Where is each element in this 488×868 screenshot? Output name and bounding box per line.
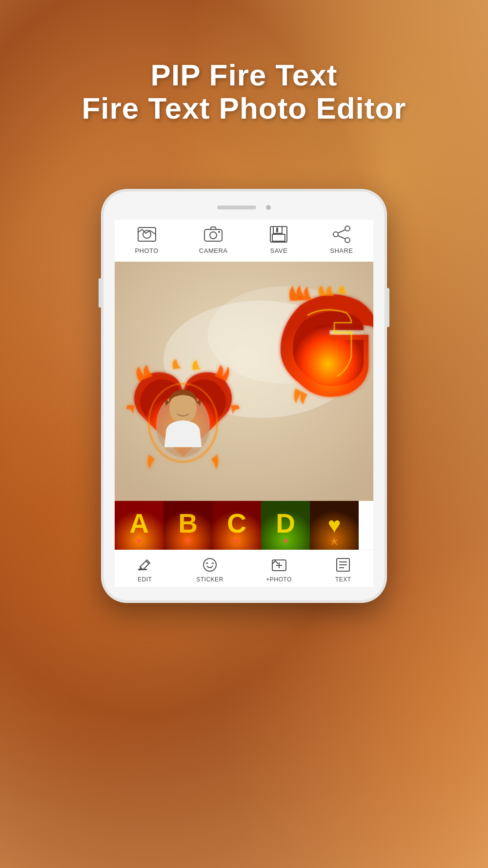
toolbar: PHOTO CAMERA bbox=[115, 220, 373, 262]
phone-mockup: PHOTO CAMERA bbox=[102, 190, 386, 601]
svg-point-36 bbox=[203, 558, 216, 571]
photo-icon bbox=[136, 225, 158, 244]
svg-point-9 bbox=[345, 226, 350, 231]
thumbnail-2[interactable]: B ♥ bbox=[163, 501, 212, 550]
svg-rect-0 bbox=[138, 227, 156, 241]
nav-add-photo[interactable]: +PHOTO bbox=[266, 556, 291, 583]
svg-rect-8 bbox=[276, 227, 278, 232]
save-icon bbox=[268, 225, 289, 244]
svg-text:C: C bbox=[227, 508, 246, 538]
camera-label: CAMERA bbox=[199, 247, 228, 254]
svg-point-10 bbox=[345, 238, 350, 243]
toolbar-photo[interactable]: PHOTO bbox=[135, 225, 159, 254]
svg-point-4 bbox=[218, 231, 220, 233]
svg-text:♥: ♥ bbox=[137, 536, 142, 546]
edit-label: EDIT bbox=[138, 576, 152, 583]
nav-sticker[interactable]: STICKER bbox=[196, 556, 224, 583]
svg-text:A: A bbox=[129, 508, 149, 538]
toolbar-save[interactable]: SAVE bbox=[268, 225, 289, 254]
svg-point-3 bbox=[210, 232, 217, 239]
nav-text[interactable]: TEXT bbox=[334, 556, 352, 583]
add-photo-icon bbox=[270, 556, 288, 574]
svg-text:♥: ♥ bbox=[234, 536, 240, 546]
text-icon bbox=[334, 556, 352, 574]
svg-text:B: B bbox=[178, 508, 198, 538]
photo-label: PHOTO bbox=[135, 247, 159, 254]
svg-line-12 bbox=[338, 230, 345, 233]
fire-art bbox=[115, 262, 373, 501]
svg-text:♥: ♥ bbox=[185, 536, 191, 546]
phone-body: PHOTO CAMERA bbox=[102, 190, 386, 601]
svg-text:D: D bbox=[276, 508, 295, 538]
share-label: SHARE bbox=[330, 247, 353, 254]
save-label: SAVE bbox=[270, 247, 287, 254]
thumbnail-4[interactable]: D ♥ bbox=[261, 501, 310, 550]
share-icon bbox=[331, 225, 352, 244]
phone-speaker bbox=[217, 206, 256, 209]
edit-icon bbox=[136, 556, 154, 574]
main-image bbox=[115, 262, 373, 501]
nav-edit[interactable]: EDIT bbox=[136, 556, 154, 583]
sticker-label: STICKER bbox=[196, 576, 224, 583]
svg-rect-7 bbox=[272, 234, 285, 241]
title-area: PIP Fire Text Fire Text Photo Editor bbox=[0, 59, 488, 125]
thumbnail-1[interactable]: A ♥ bbox=[115, 501, 163, 550]
svg-line-13 bbox=[338, 236, 345, 239]
thumbnail-5[interactable]: ♥ 火 bbox=[310, 501, 359, 550]
thumbnail-3[interactable]: C ♥ bbox=[212, 501, 261, 550]
phone-top-bar bbox=[115, 205, 373, 210]
add-photo-label: +PHOTO bbox=[266, 576, 291, 583]
toolbar-camera[interactable]: CAMERA bbox=[199, 225, 228, 254]
thumbnails-row: A ♥ B ♥ bbox=[115, 501, 373, 550]
app-title: PIP Fire Text Fire Text Photo Editor bbox=[0, 59, 488, 125]
text-label: TEXT bbox=[335, 576, 351, 583]
camera-icon bbox=[203, 225, 224, 244]
svg-text:火: 火 bbox=[331, 537, 338, 545]
svg-text:♥: ♥ bbox=[328, 513, 341, 537]
bottom-nav: EDIT STICKER bbox=[115, 550, 373, 587]
toolbar-share[interactable]: SHARE bbox=[330, 225, 353, 254]
sticker-icon bbox=[201, 556, 219, 574]
svg-text:♥: ♥ bbox=[283, 536, 288, 546]
phone-camera-dot bbox=[266, 205, 271, 210]
svg-point-11 bbox=[333, 232, 338, 237]
